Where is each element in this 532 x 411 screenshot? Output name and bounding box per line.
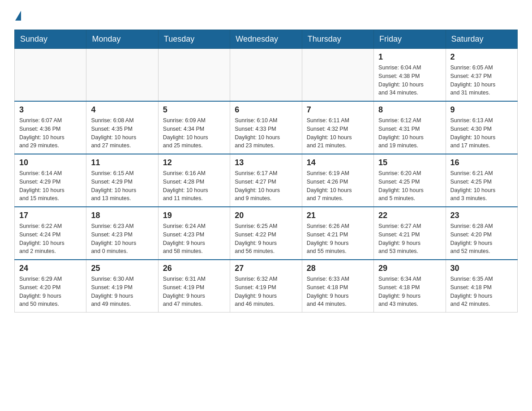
day-info: Sunrise: 6:33 AM Sunset: 4:18 PM Dayligh… xyxy=(307,275,369,308)
calendar-cell: 25Sunrise: 6:30 AM Sunset: 4:19 PM Dayli… xyxy=(86,260,158,313)
calendar-body: 1Sunrise: 6:04 AM Sunset: 4:38 PM Daylig… xyxy=(15,49,518,313)
calendar-cell: 16Sunrise: 6:21 AM Sunset: 4:25 PM Dayli… xyxy=(446,154,517,207)
calendar-cell: 29Sunrise: 6:34 AM Sunset: 4:18 PM Dayli… xyxy=(374,260,446,313)
calendar-cell: 15Sunrise: 6:20 AM Sunset: 4:25 PM Dayli… xyxy=(374,154,446,207)
day-number: 12 xyxy=(163,158,225,167)
calendar-cell: 4Sunrise: 6:08 AM Sunset: 4:35 PM Daylig… xyxy=(86,101,158,154)
day-number: 11 xyxy=(91,158,153,167)
day-number: 15 xyxy=(378,158,441,167)
week-row-1: 1Sunrise: 6:04 AM Sunset: 4:38 PM Daylig… xyxy=(15,49,518,102)
day-info: Sunrise: 6:20 AM Sunset: 4:25 PM Dayligh… xyxy=(378,169,441,203)
day-number: 3 xyxy=(19,105,82,115)
day-info: Sunrise: 6:12 AM Sunset: 4:31 PM Dayligh… xyxy=(378,116,441,150)
day-info: Sunrise: 6:21 AM Sunset: 4:25 PM Dayligh… xyxy=(450,169,513,203)
day-info: Sunrise: 6:10 AM Sunset: 4:33 PM Dayligh… xyxy=(235,116,297,150)
day-number: 8 xyxy=(378,105,441,115)
day-number: 16 xyxy=(450,158,513,167)
calendar-cell: 3Sunrise: 6:07 AM Sunset: 4:36 PM Daylig… xyxy=(15,101,86,154)
weekday-header-row: SundayMondayTuesdayWednesdayThursdayFrid… xyxy=(15,30,518,49)
weekday-header-sunday: Sunday xyxy=(15,30,86,49)
calendar-cell: 2Sunrise: 6:05 AM Sunset: 4:37 PM Daylig… xyxy=(446,49,517,102)
day-info: Sunrise: 6:25 AM Sunset: 4:22 PM Dayligh… xyxy=(235,222,297,256)
day-number: 5 xyxy=(163,105,225,115)
day-number: 20 xyxy=(235,211,297,220)
day-info: Sunrise: 6:26 AM Sunset: 4:21 PM Dayligh… xyxy=(307,222,369,256)
day-number: 13 xyxy=(235,158,297,167)
calendar-cell: 6Sunrise: 6:10 AM Sunset: 4:33 PM Daylig… xyxy=(230,101,302,154)
week-row-3: 10Sunrise: 6:14 AM Sunset: 4:29 PM Dayli… xyxy=(15,154,518,207)
calendar-cell: 17Sunrise: 6:22 AM Sunset: 4:24 PM Dayli… xyxy=(15,207,86,260)
day-number: 10 xyxy=(19,158,82,167)
day-info: Sunrise: 6:28 AM Sunset: 4:20 PM Dayligh… xyxy=(450,222,513,256)
day-number: 27 xyxy=(235,264,297,273)
day-info: Sunrise: 6:19 AM Sunset: 4:26 PM Dayligh… xyxy=(307,169,369,203)
day-info: Sunrise: 6:24 AM Sunset: 4:23 PM Dayligh… xyxy=(163,222,225,256)
day-info: Sunrise: 6:14 AM Sunset: 4:29 PM Dayligh… xyxy=(19,169,82,203)
day-number: 30 xyxy=(450,264,513,273)
day-number: 14 xyxy=(307,158,369,167)
day-info: Sunrise: 6:30 AM Sunset: 4:19 PM Dayligh… xyxy=(91,275,153,308)
day-info: Sunrise: 6:27 AM Sunset: 4:21 PM Dayligh… xyxy=(378,222,441,256)
calendar-cell: 22Sunrise: 6:27 AM Sunset: 4:21 PM Dayli… xyxy=(374,207,446,260)
weekday-header-saturday: Saturday xyxy=(446,30,517,49)
calendar-cell: 11Sunrise: 6:15 AM Sunset: 4:29 PM Dayli… xyxy=(86,154,158,207)
calendar-cell: 7Sunrise: 6:11 AM Sunset: 4:32 PM Daylig… xyxy=(302,101,373,154)
day-info: Sunrise: 6:17 AM Sunset: 4:27 PM Dayligh… xyxy=(235,169,297,203)
day-number: 18 xyxy=(91,211,153,220)
day-number: 9 xyxy=(450,105,513,115)
week-row-5: 24Sunrise: 6:29 AM Sunset: 4:20 PM Dayli… xyxy=(15,260,518,313)
calendar-cell: 23Sunrise: 6:28 AM Sunset: 4:20 PM Dayli… xyxy=(446,207,517,260)
day-info: Sunrise: 6:04 AM Sunset: 4:38 PM Dayligh… xyxy=(378,64,441,97)
day-number: 17 xyxy=(19,211,82,220)
calendar-cell: 20Sunrise: 6:25 AM Sunset: 4:22 PM Dayli… xyxy=(230,207,302,260)
calendar-cell: 9Sunrise: 6:13 AM Sunset: 4:30 PM Daylig… xyxy=(446,101,517,154)
day-number: 7 xyxy=(307,105,369,115)
day-number: 23 xyxy=(450,211,513,220)
weekday-header-friday: Friday xyxy=(374,30,446,49)
day-info: Sunrise: 6:31 AM Sunset: 4:19 PM Dayligh… xyxy=(163,275,225,308)
calendar-cell: 14Sunrise: 6:19 AM Sunset: 4:26 PM Dayli… xyxy=(302,154,373,207)
day-info: Sunrise: 6:34 AM Sunset: 4:18 PM Dayligh… xyxy=(378,275,441,308)
day-number: 4 xyxy=(91,105,153,115)
day-info: Sunrise: 6:22 AM Sunset: 4:24 PM Dayligh… xyxy=(19,222,82,256)
calendar-cell xyxy=(230,49,302,102)
day-number: 25 xyxy=(91,264,153,273)
week-row-2: 3Sunrise: 6:07 AM Sunset: 4:36 PM Daylig… xyxy=(15,101,518,154)
calendar-cell: 13Sunrise: 6:17 AM Sunset: 4:27 PM Dayli… xyxy=(230,154,302,207)
calendar-cell: 30Sunrise: 6:35 AM Sunset: 4:18 PM Dayli… xyxy=(446,260,517,313)
day-info: Sunrise: 6:05 AM Sunset: 4:37 PM Dayligh… xyxy=(450,64,513,97)
day-info: Sunrise: 6:11 AM Sunset: 4:32 PM Dayligh… xyxy=(307,116,369,150)
calendar-cell: 26Sunrise: 6:31 AM Sunset: 4:19 PM Dayli… xyxy=(158,260,230,313)
logo xyxy=(14,11,21,21)
calendar-cell: 19Sunrise: 6:24 AM Sunset: 4:23 PM Dayli… xyxy=(158,207,230,260)
day-info: Sunrise: 6:16 AM Sunset: 4:28 PM Dayligh… xyxy=(163,169,225,203)
calendar-cell: 1Sunrise: 6:04 AM Sunset: 4:38 PM Daylig… xyxy=(374,49,446,102)
day-number: 26 xyxy=(163,264,225,273)
calendar-cell: 8Sunrise: 6:12 AM Sunset: 4:31 PM Daylig… xyxy=(374,101,446,154)
day-number: 19 xyxy=(163,211,225,220)
weekday-header-wednesday: Wednesday xyxy=(230,30,302,49)
weekday-header-tuesday: Tuesday xyxy=(158,30,230,49)
calendar-cell: 18Sunrise: 6:23 AM Sunset: 4:23 PM Dayli… xyxy=(86,207,158,260)
calendar-cell: 12Sunrise: 6:16 AM Sunset: 4:28 PM Dayli… xyxy=(158,154,230,207)
calendar-cell: 27Sunrise: 6:32 AM Sunset: 4:19 PM Dayli… xyxy=(230,260,302,313)
week-row-4: 17Sunrise: 6:22 AM Sunset: 4:24 PM Dayli… xyxy=(15,207,518,260)
day-number: 28 xyxy=(307,264,369,273)
day-info: Sunrise: 6:13 AM Sunset: 4:30 PM Dayligh… xyxy=(450,116,513,150)
day-info: Sunrise: 6:32 AM Sunset: 4:19 PM Dayligh… xyxy=(235,275,297,308)
day-info: Sunrise: 6:08 AM Sunset: 4:35 PM Dayligh… xyxy=(91,116,153,150)
logo-triangle-icon xyxy=(15,11,21,21)
day-number: 24 xyxy=(19,264,82,273)
day-info: Sunrise: 6:29 AM Sunset: 4:20 PM Dayligh… xyxy=(19,275,82,308)
calendar-cell: 5Sunrise: 6:09 AM Sunset: 4:34 PM Daylig… xyxy=(158,101,230,154)
calendar-cell: 28Sunrise: 6:33 AM Sunset: 4:18 PM Dayli… xyxy=(302,260,373,313)
calendar-table: SundayMondayTuesdayWednesdayThursdayFrid… xyxy=(14,30,518,313)
day-info: Sunrise: 6:35 AM Sunset: 4:18 PM Dayligh… xyxy=(450,275,513,308)
day-number: 2 xyxy=(450,52,513,62)
day-number: 6 xyxy=(235,105,297,115)
weekday-header-thursday: Thursday xyxy=(302,30,373,49)
calendar-cell: 10Sunrise: 6:14 AM Sunset: 4:29 PM Dayli… xyxy=(15,154,86,207)
calendar-cell xyxy=(86,49,158,102)
day-info: Sunrise: 6:15 AM Sunset: 4:29 PM Dayligh… xyxy=(91,169,153,203)
day-number: 22 xyxy=(378,211,441,220)
